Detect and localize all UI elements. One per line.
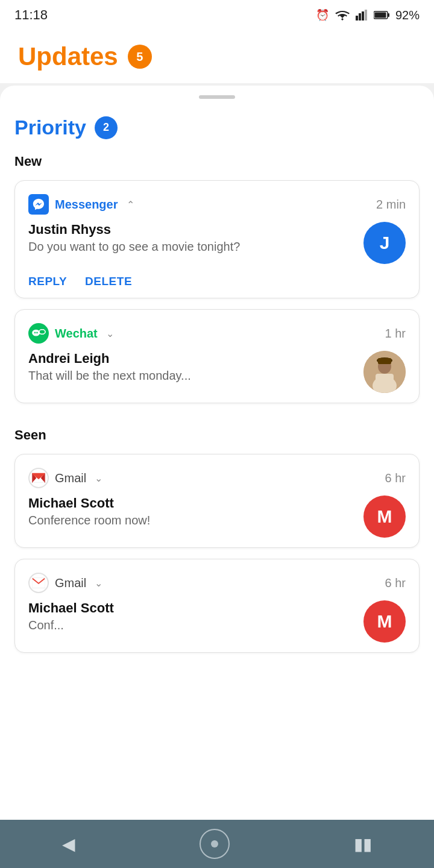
messenger-reply-button[interactable]: REPLY	[28, 275, 67, 288]
svg-point-13	[34, 332, 36, 333]
svg-point-14	[36, 332, 37, 333]
gmail-notification-card-2: Gmail ⌄ 6 hr Michael Scott Conf... M	[14, 559, 420, 653]
svg-point-17	[42, 332, 43, 333]
messenger-notification-card: Messenger ⌃ 2 min Justin Rhyss Do you wa…	[14, 180, 420, 298]
header: Updates 5	[0, 30, 434, 83]
gmail-card-body-1: Michael Scott Conference room now! M	[28, 495, 406, 538]
svg-point-16	[41, 332, 42, 333]
priority-title: Priority	[14, 116, 86, 139]
gmail-content-2: Michael Scott Conf...	[28, 600, 354, 632]
gmail-app-info-1: Gmail ⌄	[28, 468, 102, 488]
svg-rect-23	[378, 358, 391, 364]
messenger-app-name: Messenger	[55, 198, 118, 212]
messenger-card-body: Justin Rhyss Do you want to go see a mov…	[28, 222, 406, 264]
page-title: Updates	[18, 42, 118, 71]
svg-rect-0	[356, 16, 358, 20]
gmail-avatar-1: M	[363, 495, 406, 538]
gmail-avatar-2: M	[363, 600, 406, 643]
alarm-icon: ⏰	[316, 8, 329, 22]
messenger-sender: Justin Rhyss	[28, 222, 354, 237]
gmail-app-icon-2	[28, 573, 49, 593]
wechat-chevron-icon[interactable]: ⌄	[106, 328, 114, 339]
wechat-card-body: Andrei Leigh That will be the next monda…	[28, 351, 406, 393]
messenger-content: Justin Rhyss Do you want to go see a mov…	[28, 222, 354, 254]
battery-icon	[374, 11, 389, 19]
gmail-message-1: Conference room now!	[28, 514, 354, 527]
home-button[interactable]	[200, 829, 230, 859]
gmail-content-1: Michael Scott Conference room now!	[28, 495, 354, 527]
wechat-avatar	[363, 351, 406, 393]
bottom-sheet: Priority 2 New Messenger ⌃ 2 min Justin …	[0, 86, 434, 857]
new-section-label: New	[14, 154, 420, 169]
priority-section-header: Priority 2	[14, 116, 420, 139]
wechat-app-info: Wechat ⌄	[28, 323, 114, 344]
wechat-message: That will be the next monday...	[28, 369, 354, 383]
gmail-card-body-2: Michael Scott Conf... M	[28, 600, 406, 643]
seen-section: Seen	[14, 427, 420, 653]
messenger-app-icon	[28, 194, 49, 215]
card-header-gmail-1: Gmail ⌄ 6 hr	[28, 468, 406, 488]
wechat-app-name: Wechat	[55, 327, 98, 341]
wechat-notification-card: Wechat ⌄ 1 hr Andrei Leigh That will be …	[14, 309, 420, 403]
messenger-delete-button[interactable]: DELETE	[85, 275, 132, 288]
wechat-time: 1 hr	[385, 327, 406, 341]
status-icons: ⏰ 92%	[316, 8, 420, 22]
messenger-actions: REPLY DELETE	[28, 275, 406, 288]
svg-rect-3	[365, 10, 367, 20]
status-bar: 11:18 ⏰ 92%	[0, 0, 434, 30]
status-time: 11:18	[14, 7, 48, 23]
svg-rect-21	[376, 374, 394, 387]
gmail-message-2: Conf...	[28, 618, 354, 632]
card-header-messenger: Messenger ⌃ 2 min	[28, 194, 406, 215]
svg-rect-5	[388, 13, 389, 17]
updates-badge: 5	[128, 45, 152, 69]
gmail-time-2: 6 hr	[385, 576, 406, 590]
navigation-bar: ◀ ▮▮	[0, 820, 434, 868]
messenger-chevron-icon[interactable]: ⌃	[127, 199, 134, 210]
gmail-notification-card-1: Gmail ⌄ 6 hr Michael Scott Conference ro…	[14, 454, 420, 548]
gmail-chevron-icon-1[interactable]: ⌄	[95, 473, 102, 484]
svg-rect-6	[374, 13, 386, 18]
svg-point-26	[211, 840, 218, 848]
gmail-sender-1: Michael Scott	[28, 495, 354, 511]
svg-rect-1	[359, 13, 361, 20]
card-header-wechat: Wechat ⌄ 1 hr	[28, 323, 406, 344]
gmail-chevron-icon-2[interactable]: ⌄	[95, 577, 102, 589]
seen-section-label: Seen	[14, 427, 420, 443]
gmail-sender-2: Michael Scott	[28, 600, 354, 616]
wechat-content: Andrei Leigh That will be the next monda…	[28, 351, 354, 383]
messenger-app-info: Messenger ⌃	[28, 194, 134, 215]
battery-percentage: 92%	[395, 8, 420, 22]
home-indicator	[200, 829, 230, 859]
gmail-app-info-2: Gmail ⌄	[28, 573, 102, 593]
back-button[interactable]: ◀	[62, 834, 75, 854]
messenger-time: 2 min	[376, 198, 406, 212]
gmail-app-name-2: Gmail	[55, 576, 86, 590]
wechat-sender: Andrei Leigh	[28, 351, 354, 366]
gmail-app-name-1: Gmail	[55, 471, 86, 485]
svg-rect-2	[362, 11, 364, 20]
messenger-message: Do you want to go see a movie tonight?	[28, 240, 354, 254]
priority-badge: 2	[95, 116, 118, 139]
card-header-gmail-2: Gmail ⌄ 6 hr	[28, 573, 406, 593]
gmail-app-icon-1	[28, 468, 49, 488]
messenger-avatar: J	[363, 222, 406, 264]
sheet-handle[interactable]	[199, 95, 235, 99]
signal-icon	[356, 10, 368, 20]
wifi-icon	[335, 10, 350, 20]
gmail-time-1: 6 hr	[385, 471, 406, 485]
recents-button[interactable]: ▮▮	[354, 834, 372, 854]
wechat-app-icon	[28, 323, 49, 344]
